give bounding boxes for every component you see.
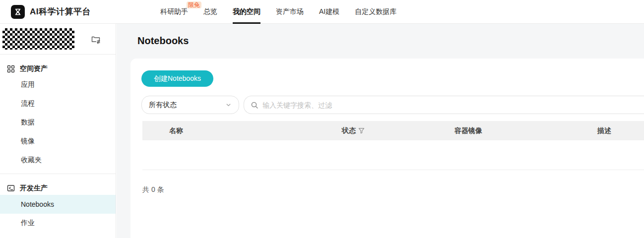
sidebar-item-data[interactable]: 数据	[0, 113, 116, 132]
column-header-status[interactable]: 状态	[342, 121, 365, 140]
chevron-down-icon	[226, 102, 231, 108]
folder-switch-icon[interactable]	[91, 34, 101, 44]
top-navbar: AI科学计算平台 科研助手 限免 总览 我的空间 资产市场 AI建模 自定义数据…	[0, 0, 644, 24]
column-header-container-image[interactable]: 容器镜像	[454, 121, 482, 140]
create-notebooks-button[interactable]: 创建Notebooks	[141, 70, 213, 87]
main-nav: 科研助手 限免 总览 我的空间 资产市场 AI建模 自定义数据库	[160, 0, 396, 24]
sidebar-item-favorites[interactable]: 收藏夹	[0, 151, 116, 170]
page-title: Notebooks	[137, 35, 644, 47]
app-logo[interactable]	[11, 5, 25, 19]
table-header-row: 名称 状态 容器镜像 描述	[142, 121, 644, 140]
table-empty-body	[142, 140, 644, 170]
sidebar-item-workflows[interactable]: 流程	[0, 94, 116, 113]
nav-item-custom-database[interactable]: 自定义数据库	[355, 0, 396, 24]
hourglass-icon	[14, 8, 22, 16]
grid-icon	[7, 65, 15, 73]
sidebar-item-jobs[interactable]: 作业	[0, 214, 116, 233]
status-filter-select[interactable]: 所有状态	[141, 96, 239, 114]
search-box	[244, 96, 644, 114]
sidebar-section-dev-production: 开发生产	[0, 174, 116, 195]
app-title: AI科学计算平台	[30, 6, 91, 17]
notebooks-panel: 创建Notebooks 所有状态 名称 状态	[130, 59, 644, 238]
column-header-name[interactable]: 名称	[169, 121, 183, 140]
status-filter-value: 所有状态	[149, 101, 177, 110]
sidebar: 空间资产 应用 流程 数据 镜像 收藏夹 开发生产 Notebooks 作业	[0, 24, 116, 238]
main-content: Notebooks 创建Notebooks 所有状态 名称 状态	[117, 24, 644, 238]
sidebar-section-space-assets: 空间资产	[0, 55, 116, 75]
nav-item-asset-market[interactable]: 资产市场	[276, 0, 304, 24]
nav-item-ai-modeling[interactable]: AI建模	[319, 0, 339, 24]
nav-item-overview[interactable]: 总览	[203, 0, 217, 24]
filter-funnel-icon[interactable]	[358, 127, 365, 134]
workspace-header	[0, 24, 116, 55]
nav-item-my-space[interactable]: 我的空间	[233, 0, 260, 24]
search-input[interactable]	[262, 101, 644, 109]
filter-row: 所有状态	[141, 96, 644, 114]
nav-item-research-assistant[interactable]: 科研助手 限免	[160, 0, 188, 24]
total-count-text: 共 0 条	[142, 185, 644, 194]
workspace-name-redacted	[2, 28, 74, 50]
sidebar-item-notebooks[interactable]: Notebooks	[0, 195, 116, 214]
sidebar-item-images[interactable]: 镜像	[0, 132, 116, 151]
column-header-description[interactable]: 描述	[597, 121, 611, 140]
terminal-icon	[7, 184, 15, 192]
limited-free-badge: 限免	[187, 1, 201, 8]
search-icon	[251, 101, 258, 109]
sidebar-item-applications[interactable]: 应用	[0, 75, 116, 94]
